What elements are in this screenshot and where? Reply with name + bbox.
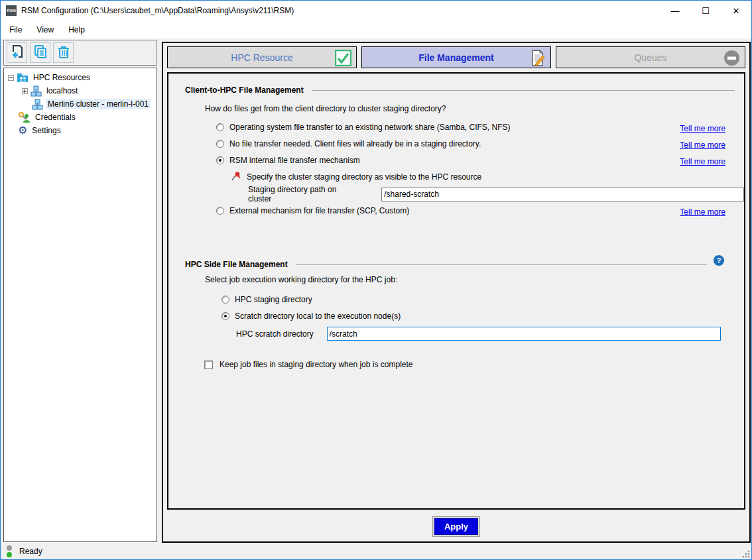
radio-icon[interactable] [221, 312, 229, 320]
radio-scratch-directory[interactable]: Scratch directory local to the execution… [221, 311, 401, 321]
pin-note-row: Specify the cluster staging directory as… [231, 171, 481, 183]
radio-label: RSM internal file transfer mechanism [229, 156, 360, 165]
divider [312, 90, 735, 91]
collapse-expander-icon[interactable] [8, 75, 14, 81]
pin-note-text: Specify the cluster staging directory as… [247, 172, 481, 182]
client-section-header: Client-to-HPC File Management [185, 85, 735, 95]
radio-icon[interactable] [216, 123, 224, 131]
tree-item-credentials[interactable]: Credentials [4, 111, 157, 124]
divider [296, 264, 707, 265]
check-icon [335, 50, 351, 68]
radio-icon[interactable] [216, 156, 224, 164]
checkbox-label: Keep job files in staging directory when… [219, 360, 413, 369]
cluster-icon [31, 85, 42, 97]
add-resource-icon [10, 44, 25, 61]
tree-item-label: localhost [44, 85, 80, 96]
tree-item-label: Settings [30, 125, 62, 136]
status-led-icon [7, 545, 12, 557]
maximize-button[interactable]: ☐ [690, 1, 721, 21]
menu-help[interactable]: Help [62, 23, 91, 37]
hpc-question: Select job execution working directory f… [205, 275, 397, 284]
client-section-title: Client-to-HPC File Management [185, 85, 304, 95]
help-icon[interactable]: ? [714, 255, 724, 266]
radio-label: Scratch directory local to the execution… [235, 311, 401, 321]
edit-document-icon [529, 50, 546, 68]
menu-view[interactable]: View [31, 23, 60, 37]
radio-icon[interactable] [216, 207, 224, 215]
resource-toolbar [3, 40, 157, 66]
staging-directory-row: Staging directory path on cluster [248, 185, 744, 203]
status-bar: Ready [1, 543, 751, 559]
menu-bar: File View Help [1, 21, 751, 38]
staging-directory-input[interactable] [381, 188, 744, 201]
tell-me-more-link-2[interactable]: Tell me more [680, 140, 725, 150]
pushpin-icon [231, 171, 241, 183]
hpc-resources-folder-icon [17, 72, 29, 83]
apply-button[interactable]: Apply [434, 518, 478, 535]
tell-me-more-link-4[interactable]: Tell me more [680, 207, 725, 217]
disabled-circle-icon [723, 50, 740, 68]
apply-button-frame: Apply [432, 516, 480, 537]
tree-item-settings[interactable]: ⚙ Settings [4, 124, 157, 137]
hpc-section-title: HPC Side File Management [185, 260, 288, 269]
radio-icon[interactable] [216, 140, 224, 148]
tree-item-label: HPC Resources [31, 72, 92, 83]
tree-item-hpc-resources[interactable]: HPC Resources [4, 71, 157, 84]
tree-item-label: Credentials [33, 112, 78, 123]
resize-grip[interactable] [742, 550, 750, 558]
app-icon: RSM [6, 5, 17, 16]
radio-label: External mechanism for file transfer (SC… [229, 206, 409, 215]
title-bar: RSM RSM Configuration (C:\Users\caubet_m… [1, 1, 751, 21]
tab-label: HPC Resource [231, 52, 292, 63]
tell-me-more-link-3[interactable]: Tell me more [680, 157, 725, 166]
tab-label: File Management [418, 52, 494, 63]
tab-hpc-resource[interactable]: HPC Resource [167, 46, 357, 68]
expand-expander-icon[interactable] [22, 88, 28, 94]
radio-label: No file transfer needed. Client files wi… [229, 139, 481, 148]
radio-external-mechanism[interactable]: External mechanism for file transfer (SC… [216, 206, 409, 215]
tell-me-more-link-1[interactable]: Tell me more [680, 124, 725, 133]
radio-label: Operating system file transfer to an exi… [229, 123, 511, 132]
tree-item-merlin6-cluster[interactable]: Merlin6 cluster - merlin-l-001 [4, 97, 157, 111]
scratch-directory-input[interactable] [327, 327, 721, 341]
status-text: Ready [19, 547, 42, 556]
radio-no-transfer[interactable]: No file transfer needed. Client files wi… [216, 139, 481, 148]
resource-tree: HPC Resources localhost [3, 68, 157, 542]
duplicate-resource-button[interactable] [30, 42, 50, 63]
duplicate-resource-icon [33, 44, 48, 61]
tab-queues[interactable]: Queues [556, 46, 745, 68]
keep-files-checkbox-row[interactable]: Keep job files in staging directory when… [204, 360, 413, 369]
window-title: RSM Configuration (C:\Users\caubet_m\App… [21, 6, 294, 15]
file-management-content: Client-to-HPC File Management How do fil… [167, 72, 745, 510]
radio-hpc-staging[interactable]: HPC staging directory [221, 295, 312, 304]
scratch-directory-label: HPC scratch directory [236, 329, 314, 339]
client-question: How do files get from the client directo… [205, 104, 446, 113]
staging-directory-label: Staging directory path on cluster [248, 185, 360, 203]
tab-bar: HPC Resource File Management [167, 46, 745, 68]
configuration-panel: HPC Resource File Management [162, 42, 751, 543]
radio-label: HPC staging directory [235, 295, 312, 304]
trash-icon [56, 44, 71, 61]
rsm-configuration-window: RSM RSM Configuration (C:\Users\caubet_m… [0, 0, 752, 560]
tree-item-label: Merlin6 cluster - merlin-l-001 [46, 99, 151, 109]
credentials-icon [18, 112, 31, 123]
tab-label: Queues [634, 52, 666, 63]
menu-file[interactable]: File [3, 23, 28, 37]
checkbox-icon[interactable] [204, 361, 213, 369]
cluster-icon [32, 99, 43, 110]
tab-file-management[interactable]: File Management [361, 46, 551, 68]
scratch-directory-row: HPC scratch directory [236, 327, 721, 341]
add-resource-button[interactable] [7, 42, 27, 63]
radio-rsm-internal[interactable]: RSM internal file transfer mechanism [216, 156, 360, 165]
minimize-button[interactable]: — [660, 1, 690, 21]
tree-item-localhost[interactable]: localhost [4, 84, 157, 97]
hpc-section-header: HPC Side File Management [185, 260, 707, 269]
close-button[interactable]: ✕ [721, 1, 751, 21]
delete-resource-button[interactable] [53, 42, 74, 63]
radio-os-file-transfer[interactable]: Operating system file transfer to an exi… [216, 123, 511, 132]
radio-icon[interactable] [221, 296, 229, 304]
gear-icon: ⚙ [18, 125, 27, 136]
